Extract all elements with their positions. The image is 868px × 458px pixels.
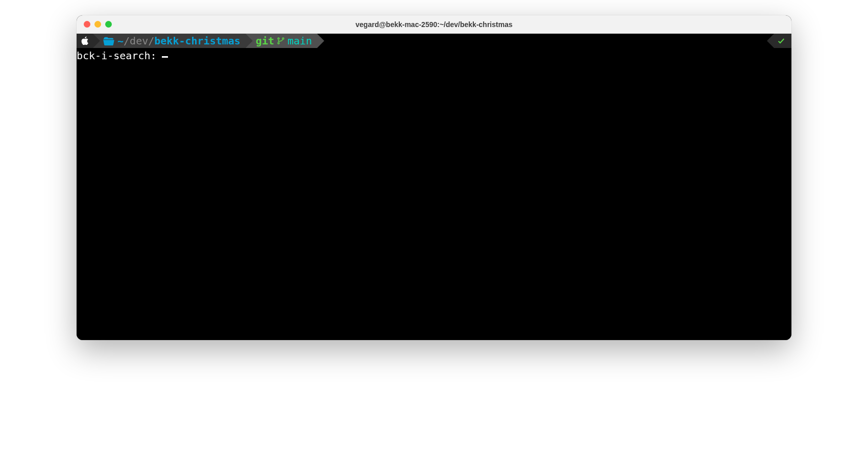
path-dev: dev [130, 34, 148, 47]
window-titlebar[interactable]: vegard@bekk-mac-2590:~/dev/bekk-christma… [77, 15, 791, 34]
git-label: git [256, 34, 274, 47]
folder-icon [103, 36, 114, 45]
status-success-segment [774, 34, 791, 48]
terminal-window: vegard@bekk-mac-2590:~/dev/bekk-christma… [77, 15, 791, 340]
reverse-search-line[interactable]: bck-i-search: [77, 48, 791, 62]
check-icon [777, 37, 785, 45]
terminal-body[interactable]: ~/dev/bekk-christmas git main bck-i-sear… [77, 34, 791, 340]
prompt-line: ~/dev/bekk-christmas git main [77, 34, 791, 48]
close-button[interactable] [84, 21, 90, 28]
apple-icon [81, 36, 90, 45]
path-separator: / [124, 34, 130, 47]
prompt-status-right [774, 34, 791, 48]
path-current-dir: bekk-christmas [154, 34, 240, 47]
prompt-end-segment [317, 34, 791, 48]
window-title: vegard@bekk-mac-2590:~/dev/bekk-christma… [77, 20, 791, 29]
prompt-os-segment [77, 34, 93, 48]
path-separator: / [148, 34, 154, 47]
reverse-search-label: bck-i-search: [77, 49, 157, 62]
path-tilde: ~ [117, 34, 124, 47]
git-branch-name: main [287, 34, 312, 47]
git-branch-icon [276, 36, 285, 45]
cursor [162, 56, 168, 58]
prompt-path-segment: ~/dev/bekk-christmas [93, 34, 246, 48]
prompt-git-segment: git main [246, 34, 317, 48]
maximize-button[interactable] [105, 21, 112, 28]
traffic-lights [84, 21, 112, 28]
minimize-button[interactable] [94, 21, 101, 28]
